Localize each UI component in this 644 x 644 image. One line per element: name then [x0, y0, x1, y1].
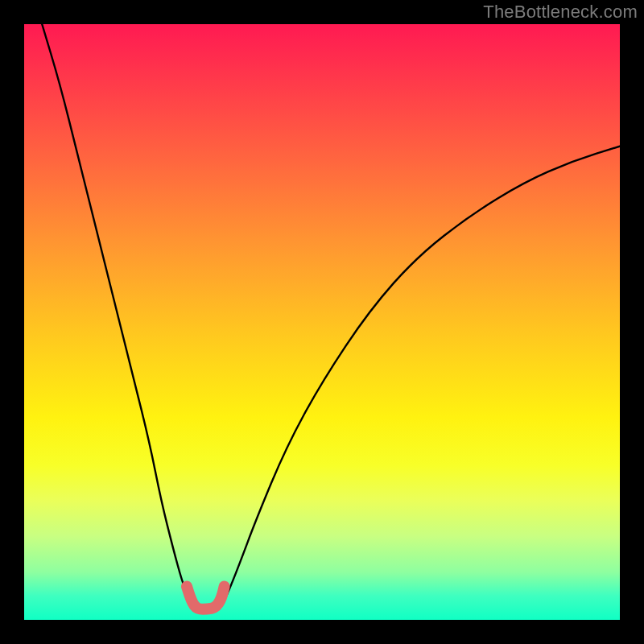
- curve-left-branch: [42, 24, 200, 608]
- watermark-text: TheBottleneck.com: [483, 2, 638, 23]
- curve-trough-highlight: [187, 587, 225, 609]
- chart-svg: [24, 24, 620, 620]
- chart-frame: TheBottleneck.com: [0, 0, 644, 644]
- chart-plot-area: [24, 24, 620, 620]
- chart-series-group: [42, 24, 620, 609]
- curve-right-branch: [218, 147, 621, 609]
